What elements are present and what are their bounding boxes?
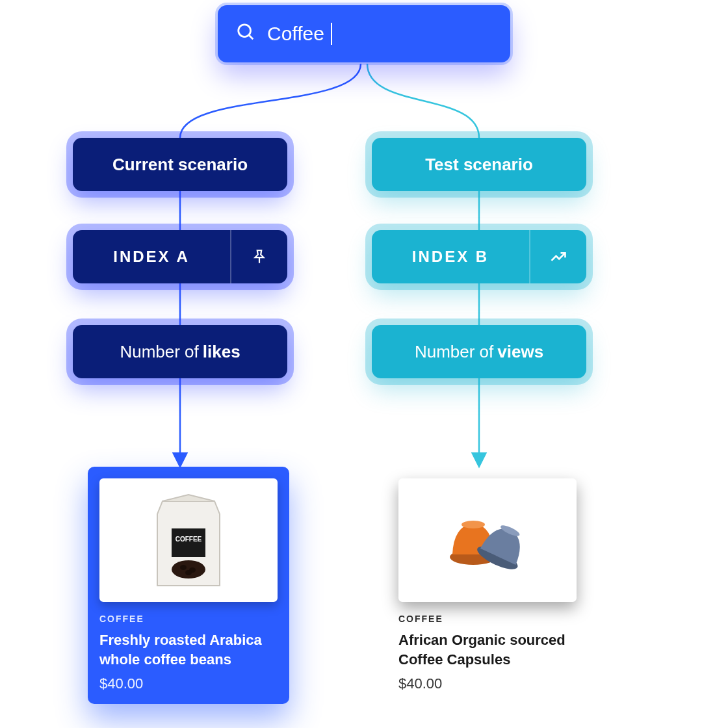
metric-box-b: Number of views <box>372 325 586 378</box>
product-image-b <box>398 478 577 602</box>
svg-text:COFFEE: COFFEE <box>176 536 202 543</box>
product-title-b: African Organic sourced Coffee Capsules <box>398 630 577 669</box>
scenario-label-a: Current scenario <box>73 138 287 191</box>
pin-icon <box>231 230 287 283</box>
metric-box-a: Number of likes <box>73 325 287 378</box>
product-image-a: COFFEE <box>99 478 278 602</box>
text-cursor <box>331 23 332 45</box>
product-price-b: $40.00 <box>398 675 577 692</box>
svg-point-14 <box>185 570 192 575</box>
index-box-a: INDEX A <box>73 230 287 283</box>
product-price-a: $40.00 <box>99 675 278 692</box>
search-value: Coffee <box>267 23 324 45</box>
svg-point-16 <box>462 521 485 528</box>
index-box-b: INDEX B <box>372 230 586 283</box>
trend-up-icon <box>530 230 586 283</box>
search-input[interactable]: Coffee <box>218 5 510 62</box>
svg-point-11 <box>172 560 205 578</box>
product-title-a: Freshly roasted Arabica whole coffee bea… <box>99 630 278 669</box>
svg-rect-9 <box>172 528 205 557</box>
svg-point-12 <box>180 565 187 570</box>
scenario-label-b: Test scenario <box>372 138 586 191</box>
product-category-b: COFFEE <box>398 614 577 624</box>
index-label-a: INDEX A <box>73 230 231 283</box>
svg-line-7 <box>249 35 253 39</box>
product-card-b[interactable]: COFFEE African Organic sourced Coffee Ca… <box>387 467 588 704</box>
svg-point-6 <box>239 24 251 36</box>
search-icon <box>236 22 255 46</box>
product-card-a[interactable]: COFFEE COFFEE Freshly roasted Arabica wh… <box>88 467 289 704</box>
product-category-a: COFFEE <box>99 614 278 624</box>
index-label-b: INDEX B <box>372 230 530 283</box>
